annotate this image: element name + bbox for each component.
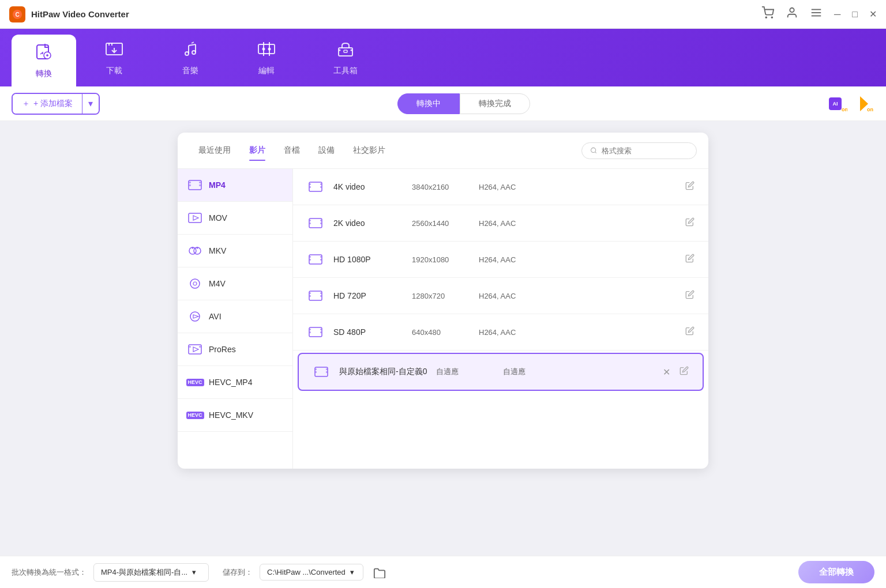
svg-rect-24 <box>344 50 347 52</box>
user-icon[interactable] <box>786 6 798 22</box>
format-item-mp4[interactable]: MP4 <box>178 169 292 202</box>
svg-point-3 <box>771 17 772 18</box>
preset-hd1080-edit[interactable] <box>685 254 694 265</box>
format-tab-device[interactable]: 設備 <box>309 142 344 159</box>
tab-music[interactable]: 音樂 <box>152 29 228 86</box>
preset-custom-edit[interactable] <box>679 366 689 378</box>
save-label: 儲存到： <box>223 567 253 578</box>
add-file-btn[interactable]: ＋ + 添加檔案 ▾ <box>12 93 100 115</box>
tab-music-label: 音樂 <box>182 66 198 76</box>
mov-label: MOV <box>209 213 227 223</box>
preset-sd480-codec: H264, AAC <box>479 328 676 337</box>
batch-format-select[interactable]: MP4-與原始檔案相同-自... ▾ <box>93 563 209 582</box>
ai-enhance-icon[interactable]: AI on <box>827 93 848 114</box>
preset-2k-edit[interactable] <box>685 217 694 229</box>
svg-rect-59 <box>309 220 311 221</box>
svg-point-2 <box>765 17 767 18</box>
menu-icon[interactable] <box>810 6 823 22</box>
svg-rect-79 <box>315 368 317 370</box>
preset-4k-edit[interactable] <box>685 181 694 193</box>
preset-hd1080-icon <box>307 251 324 268</box>
cart-icon[interactable] <box>761 6 774 22</box>
preset-hd1080[interactable]: HD 1080P 1920x1080 H264, AAC <box>293 242 708 278</box>
svg-rect-72 <box>320 295 322 297</box>
svg-rect-38 <box>199 184 201 186</box>
preset-custom-close[interactable]: ✕ <box>663 367 670 378</box>
hevc-mp4-icon: HEVC <box>187 374 203 390</box>
format-item-m4v[interactable]: M4V <box>178 267 292 300</box>
preset-hd720[interactable]: HD 720P 1280x720 H264, AAC <box>293 278 708 314</box>
preset-hd720-icon <box>307 287 324 304</box>
tab-converting[interactable]: 轉換中 <box>397 93 460 114</box>
format-item-hevc-mp4[interactable]: HEVC HEVC_MP4 <box>178 366 292 399</box>
add-file-main[interactable]: ＋ + 添加檔案 <box>13 94 82 114</box>
maximize-button[interactable]: □ <box>852 9 858 20</box>
preset-custom-icon <box>313 363 330 380</box>
toolbar-tab-group: 轉換中 轉換完成 <box>107 93 820 114</box>
format-item-avi[interactable]: AVI <box>178 300 292 333</box>
tab-download[interactable]: 下載 <box>76 29 152 86</box>
svg-line-17 <box>189 44 196 46</box>
minimize-button[interactable]: ─ <box>834 9 840 20</box>
svg-point-45 <box>190 279 200 288</box>
convert-all-button[interactable]: 全部轉換 <box>798 561 874 583</box>
svg-point-44 <box>197 247 198 249</box>
avi-icon <box>187 308 203 325</box>
format-tab-social[interactable]: 社交影片 <box>344 142 395 159</box>
format-panel-body: MP4 MOV <box>178 169 708 469</box>
svg-point-32 <box>591 148 596 152</box>
format-item-hevc-mkv[interactable]: HEVC HEVC_MKV <box>178 399 292 432</box>
preset-2k[interactable]: 2K video 2560x1440 H264, AAC <box>293 205 708 242</box>
format-tab-audio[interactable]: 音檔 <box>275 142 309 159</box>
preset-hd1080-res: 1920x1080 <box>412 255 470 264</box>
format-tab-recent[interactable]: 最近使用 <box>189 142 240 159</box>
preset-4k-icon <box>307 178 324 195</box>
preset-hd720-edit[interactable] <box>685 290 694 301</box>
prores-label: ProRes <box>209 345 236 354</box>
close-button[interactable]: ✕ <box>869 9 877 20</box>
svg-marker-52 <box>193 347 198 352</box>
prores-icon <box>187 341 203 357</box>
tab-convert-label: 轉換 <box>36 69 52 79</box>
format-presets: 4K video 3840x2160 H264, AAC <box>293 169 708 469</box>
svg-rect-74 <box>309 329 311 330</box>
svg-rect-60 <box>309 223 311 224</box>
app-title: HitPaw Video Converter <box>31 9 761 19</box>
preset-custom[interactable]: 與原始檔案相同-自定義0 自適應 自適應 ✕ <box>298 353 704 391</box>
hevc-mp4-label: HEVC_MP4 <box>209 378 252 387</box>
svg-rect-67 <box>320 259 322 261</box>
svg-rect-63 <box>309 255 322 264</box>
preset-sd480-edit[interactable] <box>685 326 694 338</box>
format-item-prores[interactable]: ProRes <box>178 333 292 366</box>
preset-4k[interactable]: 4K video 3840x2160 H264, AAC <box>293 169 708 205</box>
format-search-box[interactable] <box>581 142 697 159</box>
tab-convert[interactable]: 轉換 <box>12 35 76 86</box>
svg-rect-18 <box>258 44 275 54</box>
tab-edit[interactable]: 編輯 <box>228 29 305 86</box>
svg-text:on: on <box>842 107 847 112</box>
folder-browse-button[interactable] <box>370 563 389 582</box>
toolbar-right-icons: AI on on <box>827 93 874 114</box>
add-file-dropdown[interactable]: ▾ <box>82 94 99 114</box>
save-path-select[interactable]: C:\HitPaw ...\Converted ▾ <box>260 564 363 581</box>
titlebar: C HitPaw Video Converter ─ □ ✕ <box>0 0 886 29</box>
preset-custom-codec: 自適應 <box>503 367 654 377</box>
svg-rect-23 <box>339 48 352 56</box>
format-item-mov[interactable]: MOV <box>178 202 292 235</box>
svg-text:on: on <box>867 107 873 112</box>
tab-edit-label: 編輯 <box>258 66 275 76</box>
window-controls: ─ □ ✕ <box>834 9 877 20</box>
preset-sd480[interactable]: SD 480P 640x480 H264, AAC <box>293 314 708 350</box>
speed-boost-icon[interactable]: on <box>854 93 874 114</box>
tab-toolbox[interactable]: 工具箱 <box>305 29 386 86</box>
search-input[interactable] <box>602 146 688 155</box>
music-icon <box>181 40 200 62</box>
format-item-mkv[interactable]: MKV <box>178 235 292 267</box>
batch-dropdown-icon: ▾ <box>192 568 196 576</box>
svg-point-25 <box>339 49 341 51</box>
preset-2k-name: 2K video <box>333 218 403 228</box>
format-tab-video[interactable]: 影片 <box>240 142 275 159</box>
preset-hd720-name: HD 720P <box>333 291 403 300</box>
tab-converted[interactable]: 轉換完成 <box>460 93 530 114</box>
svg-rect-39 <box>189 213 201 223</box>
